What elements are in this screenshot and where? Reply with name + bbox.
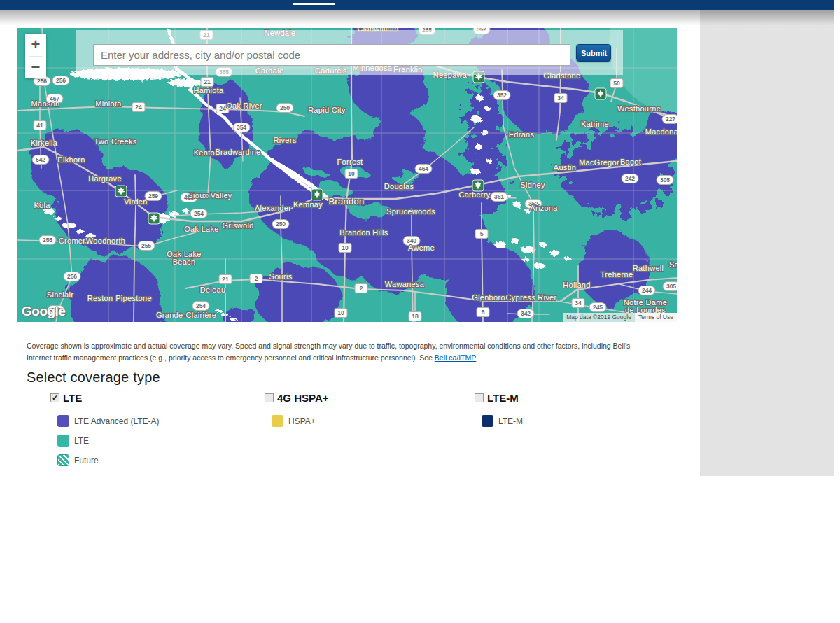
map-town-label: Kirkella — [31, 139, 58, 147]
legend-swatch — [57, 435, 69, 447]
map-route-shield: 250 — [276, 104, 293, 113]
legend-item: HSPA+ — [272, 415, 329, 427]
checkbox-label[interactable]: 4G HSPA+ — [277, 392, 329, 404]
map-route-shield: 245 — [589, 303, 606, 312]
svg-text:21: 21 — [204, 78, 211, 85]
legend-label: LTE — [74, 436, 89, 446]
svg-text:227: 227 — [666, 115, 676, 122]
map-route-shield: 256 — [64, 272, 80, 281]
map-town-label: Oak Lake — [184, 225, 218, 233]
svg-text:305: 305 — [660, 176, 670, 183]
svg-text:10: 10 — [337, 309, 344, 316]
map-route-shield: 351 — [491, 192, 507, 202]
checkbox-lte-m[interactable] — [475, 393, 484, 402]
legend-item: Future — [57, 454, 160, 466]
svg-text:255: 255 — [141, 242, 151, 249]
svg-text:24: 24 — [219, 105, 226, 112]
map-town-label: Pipestone — [115, 294, 152, 302]
svg-text:254: 254 — [196, 302, 206, 309]
legend-swatch — [57, 415, 69, 427]
map-route-shield: 227 — [662, 115, 677, 124]
map-route-shield: 21 — [201, 78, 214, 87]
submit-button[interactable]: Submit — [576, 44, 611, 62]
coverage-map-page: 2126535235521256256503523446724242502274… — [0, 0, 840, 623]
google-logo[interactable]: Google — [22, 304, 65, 319]
svg-text:342: 342 — [521, 310, 531, 317]
legend-item: LTE — [57, 435, 160, 447]
map-town-label: Hamiota — [193, 86, 224, 94]
svg-text:256: 256 — [67, 273, 77, 280]
coverage-column-4g-hspa-: 4G HSPA+HSPA+ — [265, 392, 329, 435]
map-town-label: Kola — [34, 201, 50, 209]
svg-text:250: 250 — [276, 220, 286, 227]
map-route-shield: 352 — [493, 91, 510, 100]
map-town-label: Grande-Clairière — [156, 311, 216, 319]
google-map[interactable]: 2126535235521256256503523446724242502274… — [18, 28, 677, 322]
legend-label: LTE-M — [498, 416, 523, 426]
svg-text:244: 244 — [642, 287, 652, 294]
map-town-label: Macdonald — [645, 127, 677, 136]
map-route-shield — [115, 186, 127, 197]
svg-text:250: 250 — [280, 104, 290, 111]
zoom-out-button[interactable]: − — [25, 57, 46, 79]
map-town-label: Sidney — [520, 181, 545, 189]
map-town-label: MacGregor — [579, 158, 620, 167]
checkbox-lte[interactable]: ✔ — [50, 393, 59, 402]
right-side-panel — [700, 10, 834, 476]
svg-text:256: 256 — [37, 78, 47, 85]
map-town-label: Manson — [31, 99, 60, 108]
terms-of-use-link[interactable]: Terms of Use — [635, 313, 677, 322]
coverage-column-lte-m: LTE-MLTE-M — [475, 392, 523, 435]
map-route-shield: 2 — [250, 274, 262, 284]
map-town-label: Hargrave — [88, 174, 122, 183]
map-route-shield: 5 — [477, 308, 489, 317]
map-town-label: Wawanesa — [385, 280, 425, 288]
map-zoom-control: + − — [25, 34, 46, 78]
svg-text:18: 18 — [412, 313, 419, 320]
svg-text:464: 464 — [419, 165, 428, 172]
map-town-label: Katrime — [581, 120, 609, 128]
map-town-label: Woodnorth — [86, 237, 125, 245]
checkbox-label[interactable]: LTE-M — [487, 392, 519, 404]
itmp-link[interactable]: Bell.ca/ITMP — [435, 354, 477, 362]
map-town-label: Alexander — [255, 204, 291, 212]
map-town-label: Griswold — [222, 221, 253, 230]
svg-text:259: 259 — [148, 192, 158, 200]
map-route-shield: 254 — [192, 302, 209, 311]
nav-active-underline — [293, 3, 335, 5]
map-route-shield: 250 — [272, 220, 289, 229]
map-route-shield: 18 — [409, 312, 421, 321]
map-route-shield — [595, 88, 606, 99]
map-route-shield: 342 — [517, 309, 534, 318]
svg-text:10: 10 — [342, 244, 349, 251]
zoom-in-button[interactable]: + — [25, 34, 46, 56]
map-town-label: Cromer — [59, 237, 86, 245]
svg-text:255: 255 — [43, 237, 52, 244]
map-town-label: Kemnay — [293, 200, 323, 209]
legend-list: LTE-M — [482, 415, 523, 427]
svg-text:2: 2 — [360, 285, 363, 292]
map-route-shield: 24 — [132, 103, 145, 112]
map-route-shield: 41 — [34, 121, 46, 130]
svg-text:542: 542 — [36, 156, 46, 163]
svg-text:5: 5 — [480, 230, 484, 237]
map-town-label: Sinclair — [47, 290, 74, 299]
map-town-label: Westbourne — [617, 104, 661, 113]
legend-swatch — [272, 415, 284, 427]
map-town-label: Edrans — [509, 130, 535, 139]
legend-item: LTE Advanced (LTE-A) — [57, 415, 160, 427]
map-town-label: Arizona — [530, 204, 558, 212]
map-town-label: Forrest — [337, 158, 363, 166]
address-search-input[interactable] — [93, 44, 570, 66]
checkbox-label[interactable]: LTE — [63, 392, 82, 404]
top-navbar — [0, 0, 834, 10]
map-town-label: Austin — [554, 163, 576, 172]
map-town-label: Brandon — [328, 196, 364, 206]
map-town-label: Sprucewoods — [386, 207, 435, 216]
svg-text:352: 352 — [497, 92, 507, 99]
map-town-label: Elkhorn — [57, 155, 85, 164]
legend-label: LTE Advanced (LTE-A) — [74, 416, 160, 426]
map-town-label: Reston — [88, 294, 113, 302]
checkbox-4g-hspa-[interactable] — [265, 393, 274, 402]
coverage-disclaimer: Coverage shown is approximate and actual… — [27, 340, 657, 364]
